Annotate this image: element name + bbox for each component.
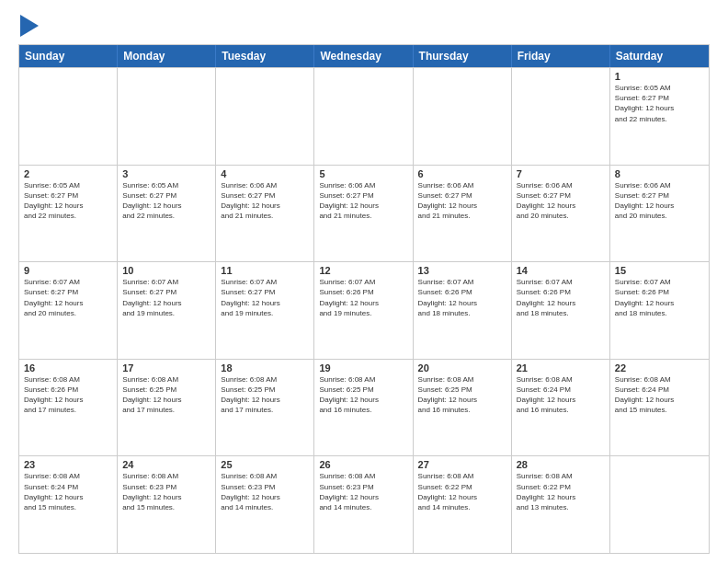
day-info: Sunrise: 6:06 AM Sunset: 6:27 PM Dayligh… (418, 180, 506, 222)
calendar-day-24: 24Sunrise: 6:08 AM Sunset: 6:23 PM Dayli… (118, 456, 216, 553)
calendar-day-15: 15Sunrise: 6:07 AM Sunset: 6:26 PM Dayli… (610, 262, 709, 359)
day-number: 23 (24, 459, 112, 470)
calendar-day-8: 8Sunrise: 6:06 AM Sunset: 6:27 PM Daylig… (610, 166, 709, 262)
calendar-header: SundayMondayTuesdayWednesdayThursdayFrid… (19, 45, 709, 67)
calendar: SundayMondayTuesdayWednesdayThursdayFrid… (18, 44, 710, 554)
calendar-day-empty (314, 68, 413, 165)
day-info: Sunrise: 6:08 AM Sunset: 6:24 PM Dayligh… (615, 374, 704, 416)
day-number: 13 (418, 265, 506, 276)
day-number: 9 (24, 265, 112, 276)
calendar-row-2: 2Sunrise: 6:05 AM Sunset: 6:27 PM Daylig… (19, 165, 709, 262)
calendar-day-21: 21Sunrise: 6:08 AM Sunset: 6:24 PM Dayli… (512, 360, 610, 456)
page: SundayMondayTuesdayWednesdayThursdayFrid… (0, 0, 728, 563)
calendar-day-19: 19Sunrise: 6:08 AM Sunset: 6:25 PM Dayli… (314, 360, 413, 456)
day-number: 18 (221, 362, 309, 373)
day-number: 27 (418, 459, 506, 470)
calendar-day-14: 14Sunrise: 6:07 AM Sunset: 6:26 PM Dayli… (512, 262, 610, 359)
day-info: Sunrise: 6:07 AM Sunset: 6:27 PM Dayligh… (24, 277, 112, 318)
weekday-header-thursday: Thursday (414, 45, 512, 67)
day-info: Sunrise: 6:08 AM Sunset: 6:23 PM Dayligh… (221, 471, 309, 512)
day-number: 7 (517, 168, 605, 179)
day-info: Sunrise: 6:08 AM Sunset: 6:22 PM Dayligh… (517, 471, 605, 512)
weekday-header-friday: Friday (512, 45, 610, 67)
calendar-day-27: 27Sunrise: 6:08 AM Sunset: 6:22 PM Dayli… (414, 456, 512, 553)
calendar-day-10: 10Sunrise: 6:07 AM Sunset: 6:27 PM Dayli… (118, 262, 216, 359)
svg-marker-0 (20, 15, 39, 37)
day-number: 8 (615, 168, 704, 179)
calendar-row-3: 9Sunrise: 6:07 AM Sunset: 6:27 PM Daylig… (19, 261, 709, 359)
day-number: 2 (24, 168, 112, 179)
day-info: Sunrise: 6:08 AM Sunset: 6:22 PM Dayligh… (418, 471, 506, 512)
day-number: 28 (517, 459, 605, 470)
calendar-day-empty (414, 68, 512, 165)
day-number: 26 (319, 459, 407, 470)
day-number: 4 (221, 168, 309, 179)
calendar-day-4: 4Sunrise: 6:06 AM Sunset: 6:27 PM Daylig… (216, 166, 314, 262)
day-number: 12 (319, 265, 407, 276)
day-info: Sunrise: 6:08 AM Sunset: 6:25 PM Dayligh… (122, 374, 210, 416)
day-info: Sunrise: 6:08 AM Sunset: 6:25 PM Dayligh… (418, 374, 506, 416)
day-info: Sunrise: 6:07 AM Sunset: 6:26 PM Dayligh… (319, 277, 407, 318)
day-number: 20 (418, 362, 506, 373)
calendar-row-1: 1Sunrise: 6:05 AM Sunset: 6:27 PM Daylig… (19, 67, 709, 165)
calendar-day-9: 9Sunrise: 6:07 AM Sunset: 6:27 PM Daylig… (19, 262, 118, 359)
day-info: Sunrise: 6:08 AM Sunset: 6:24 PM Dayligh… (24, 471, 112, 512)
calendar-day-11: 11Sunrise: 6:07 AM Sunset: 6:27 PM Dayli… (216, 262, 314, 359)
calendar-day-28: 28Sunrise: 6:08 AM Sunset: 6:22 PM Dayli… (512, 456, 610, 553)
calendar-day-12: 12Sunrise: 6:07 AM Sunset: 6:26 PM Dayli… (314, 262, 413, 359)
calendar-day-1: 1Sunrise: 6:05 AM Sunset: 6:27 PM Daylig… (610, 68, 709, 165)
day-number: 25 (221, 459, 309, 470)
calendar-day-2: 2Sunrise: 6:05 AM Sunset: 6:27 PM Daylig… (19, 166, 118, 262)
calendar-day-empty (19, 68, 118, 165)
day-number: 21 (517, 362, 605, 373)
day-info: Sunrise: 6:05 AM Sunset: 6:27 PM Dayligh… (24, 180, 112, 222)
calendar-day-20: 20Sunrise: 6:08 AM Sunset: 6:25 PM Dayli… (414, 360, 512, 456)
calendar-day-empty (118, 68, 216, 165)
calendar-day-3: 3Sunrise: 6:05 AM Sunset: 6:27 PM Daylig… (118, 166, 216, 262)
day-info: Sunrise: 6:08 AM Sunset: 6:25 PM Dayligh… (319, 374, 407, 416)
day-info: Sunrise: 6:07 AM Sunset: 6:27 PM Dayligh… (221, 277, 309, 318)
day-number: 16 (24, 362, 112, 373)
day-info: Sunrise: 6:06 AM Sunset: 6:27 PM Dayligh… (319, 180, 407, 222)
calendar-day-16: 16Sunrise: 6:08 AM Sunset: 6:26 PM Dayli… (19, 360, 118, 456)
day-number: 19 (319, 362, 407, 373)
day-info: Sunrise: 6:05 AM Sunset: 6:27 PM Dayligh… (122, 180, 210, 222)
calendar-day-26: 26Sunrise: 6:08 AM Sunset: 6:23 PM Dayli… (314, 456, 413, 553)
day-number: 1 (615, 71, 704, 82)
weekday-header-monday: Monday (118, 45, 216, 67)
day-info: Sunrise: 6:08 AM Sunset: 6:26 PM Dayligh… (24, 374, 112, 416)
calendar-day-17: 17Sunrise: 6:08 AM Sunset: 6:25 PM Dayli… (118, 360, 216, 456)
calendar-day-13: 13Sunrise: 6:07 AM Sunset: 6:26 PM Dayli… (414, 262, 512, 359)
day-number: 24 (122, 459, 210, 470)
day-number: 22 (615, 362, 704, 373)
calendar-row-4: 16Sunrise: 6:08 AM Sunset: 6:26 PM Dayli… (19, 359, 709, 456)
day-info: Sunrise: 6:05 AM Sunset: 6:27 PM Dayligh… (615, 83, 704, 124)
day-info: Sunrise: 6:06 AM Sunset: 6:27 PM Dayligh… (221, 180, 309, 222)
calendar-row-5: 23Sunrise: 6:08 AM Sunset: 6:24 PM Dayli… (19, 455, 709, 553)
day-number: 14 (517, 265, 605, 276)
day-number: 17 (122, 362, 210, 373)
calendar-day-18: 18Sunrise: 6:08 AM Sunset: 6:25 PM Dayli… (216, 360, 314, 456)
header (18, 15, 710, 37)
day-info: Sunrise: 6:08 AM Sunset: 6:25 PM Dayligh… (221, 374, 309, 416)
calendar-day-6: 6Sunrise: 6:06 AM Sunset: 6:27 PM Daylig… (414, 166, 512, 262)
day-number: 6 (418, 168, 506, 179)
day-number: 3 (122, 168, 210, 179)
day-number: 5 (319, 168, 407, 179)
day-info: Sunrise: 6:08 AM Sunset: 6:23 PM Dayligh… (319, 471, 407, 512)
day-number: 11 (221, 265, 309, 276)
day-info: Sunrise: 6:07 AM Sunset: 6:26 PM Dayligh… (517, 277, 605, 318)
calendar-day-7: 7Sunrise: 6:06 AM Sunset: 6:27 PM Daylig… (512, 166, 610, 262)
day-info: Sunrise: 6:08 AM Sunset: 6:24 PM Dayligh… (517, 374, 605, 416)
day-info: Sunrise: 6:06 AM Sunset: 6:27 PM Dayligh… (615, 180, 704, 222)
day-info: Sunrise: 6:07 AM Sunset: 6:26 PM Dayligh… (418, 277, 506, 318)
logo-icon (20, 15, 39, 37)
day-info: Sunrise: 6:06 AM Sunset: 6:27 PM Dayligh… (517, 180, 605, 222)
day-info: Sunrise: 6:08 AM Sunset: 6:23 PM Dayligh… (122, 471, 210, 512)
calendar-day-5: 5Sunrise: 6:06 AM Sunset: 6:27 PM Daylig… (314, 166, 413, 262)
calendar-day-empty (512, 68, 610, 165)
weekday-header-wednesday: Wednesday (314, 45, 413, 67)
weekday-header-sunday: Sunday (19, 45, 118, 67)
calendar-day-empty (216, 68, 314, 165)
calendar-day-25: 25Sunrise: 6:08 AM Sunset: 6:23 PM Dayli… (216, 456, 314, 553)
